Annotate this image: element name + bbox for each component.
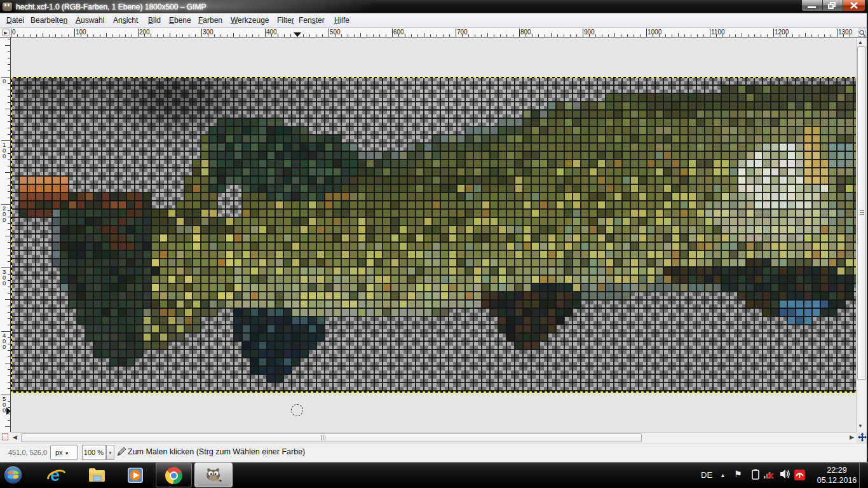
svg-text:e: e xyxy=(50,466,60,485)
